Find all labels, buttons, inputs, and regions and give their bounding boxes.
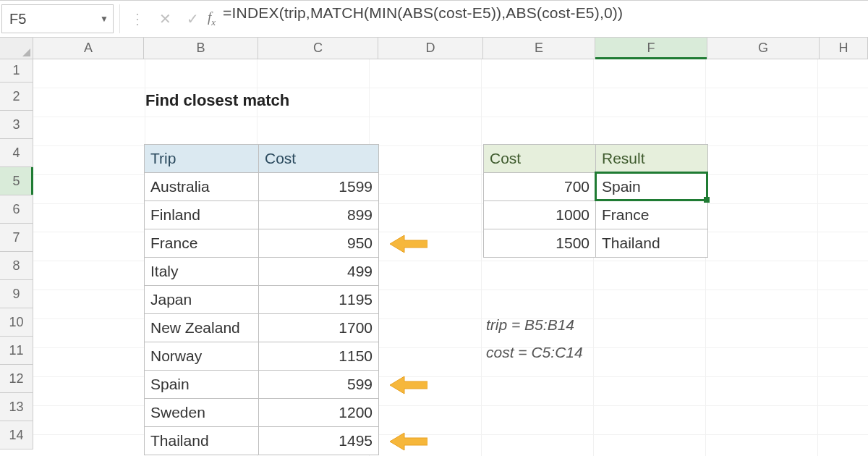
col-header-C[interactable]: C	[258, 38, 378, 59]
row-header-2[interactable]: 2	[0, 83, 33, 111]
table-row: Finland899	[145, 201, 379, 229]
trip-table: Trip Cost Australia1599 Finland899 Franc…	[144, 144, 379, 455]
cell-trip[interactable]: Australia	[145, 173, 259, 201]
cell-trip[interactable]: Japan	[145, 286, 259, 314]
formula-bar: F5 ▼ ⋮ ✕ ✓ fx =INDEX(trip,MATCH(MIN(ABS(…	[0, 0, 868, 38]
cell-cost[interactable]: 599	[259, 371, 379, 399]
header-result[interactable]: Result	[596, 145, 708, 173]
row-header-4[interactable]: 4	[0, 139, 33, 167]
cell-cost[interactable]: 1495	[259, 427, 379, 455]
name-box[interactable]: F5 ▼	[1, 4, 114, 33]
named-range-cost-note: cost = C5:C14	[486, 344, 583, 361]
cell-result[interactable]: Spain	[596, 173, 708, 201]
row-headers: 1 2 3 4 5 6 7 8 9 10 11 12 13 14	[0, 59, 33, 456]
row-header-10[interactable]: 10	[0, 308, 33, 337]
row-header-1[interactable]: 1	[0, 59, 33, 83]
row-header-8[interactable]: 8	[0, 252, 33, 280]
table-row: Cost Result	[484, 145, 708, 173]
cell-trip[interactable]: Norway	[145, 342, 259, 371]
cell-cost[interactable]: 1700	[259, 314, 379, 342]
table-row: 1000France	[484, 201, 708, 229]
header-cost[interactable]: Cost	[484, 145, 596, 173]
table-row: 1500Thailand	[484, 229, 708, 258]
table-row: Spain599	[145, 371, 379, 399]
cell-trip[interactable]: Thailand	[145, 427, 259, 455]
table-row: New Zealand1700	[145, 314, 379, 342]
cell-cost[interactable]: 1500	[484, 229, 596, 258]
cell-cost[interactable]: 1150	[259, 342, 379, 371]
table-row: Sweden1200	[145, 399, 379, 427]
col-header-A[interactable]: A	[33, 38, 144, 59]
cell-trip[interactable]: Finland	[145, 201, 259, 229]
cell-trip[interactable]: France	[145, 229, 259, 258]
grid: 1 2 3 4 5 6 7 8 9 10 11 12 13 14 Find cl…	[0, 59, 868, 456]
table-row: Norway1150	[145, 342, 379, 371]
cell-trip[interactable]: Spain	[145, 371, 259, 399]
table-row: Thailand1495	[145, 427, 379, 455]
header-cost[interactable]: Cost	[259, 145, 379, 173]
header-trip[interactable]: Trip	[145, 145, 259, 173]
row-header-11[interactable]: 11	[0, 337, 33, 365]
cell-cost[interactable]: 950	[259, 229, 379, 258]
row-header-5[interactable]: 5	[0, 167, 33, 195]
page-title: Find closest match	[145, 91, 289, 110]
table-row: France950	[145, 229, 379, 258]
cell-trip[interactable]: New Zealand	[145, 314, 259, 342]
row-header-3[interactable]: 3	[0, 111, 33, 139]
col-header-H[interactable]: H	[820, 38, 868, 59]
col-header-D[interactable]: D	[378, 38, 483, 59]
cell-cost[interactable]: 499	[259, 258, 379, 286]
row-header-13[interactable]: 13	[0, 393, 33, 421]
arrow-left-icon	[390, 431, 427, 452]
formula-input[interactable]: =INDEX(trip,MATCH(MIN(ABS(cost-E5)),ABS(…	[218, 4, 864, 33]
row-header-7[interactable]: 7	[0, 224, 33, 252]
table-row: Italy499	[145, 258, 379, 286]
table-row: Australia1599	[145, 173, 379, 201]
cell-trip[interactable]: Italy	[145, 258, 259, 286]
cell-cost[interactable]: 700	[484, 173, 596, 201]
row-header-6[interactable]: 6	[0, 195, 33, 224]
fx-icon[interactable]: fx	[208, 9, 216, 28]
col-header-E[interactable]: E	[483, 38, 595, 59]
table-row: 700Spain	[484, 173, 708, 201]
cells-area[interactable]: Find closest match Trip Cost Australia15…	[33, 59, 868, 456]
cell-result[interactable]: Thailand	[596, 229, 708, 258]
arrow-left-icon	[390, 234, 427, 254]
row-header-9[interactable]: 9	[0, 280, 33, 308]
col-header-G[interactable]: G	[707, 38, 820, 59]
name-box-value: F5	[9, 11, 26, 28]
column-headers: A B C D E F G H	[0, 38, 868, 59]
named-range-trip-note: trip = B5:B14	[486, 316, 574, 334]
drag-handle-icon[interactable]: ⋮	[124, 4, 151, 33]
table-row: Japan1195	[145, 286, 379, 314]
cell-cost[interactable]: 1599	[259, 173, 379, 201]
cancel-icon[interactable]: ✕	[151, 4, 179, 33]
chevron-down-icon[interactable]: ▼	[100, 14, 109, 24]
arrow-left-icon	[390, 375, 427, 395]
cell-result[interactable]: France	[596, 201, 708, 229]
cell-trip[interactable]: Sweden	[145, 399, 259, 427]
cell-cost[interactable]: 899	[259, 201, 379, 229]
cell-cost[interactable]: 1195	[259, 286, 379, 314]
accept-icon[interactable]: ✓	[179, 4, 206, 33]
select-all-corner[interactable]	[0, 38, 33, 59]
row-header-12[interactable]: 12	[0, 365, 33, 393]
cell-cost[interactable]: 1200	[259, 399, 379, 427]
table-row: Trip Cost	[145, 145, 379, 173]
col-header-F[interactable]: F	[595, 38, 707, 59]
result-table: Cost Result 700Spain 1000France 1500Thai…	[483, 144, 708, 258]
cell-cost[interactable]: 1000	[484, 201, 596, 229]
row-header-14[interactable]: 14	[0, 421, 33, 449]
col-header-B[interactable]: B	[144, 38, 258, 59]
